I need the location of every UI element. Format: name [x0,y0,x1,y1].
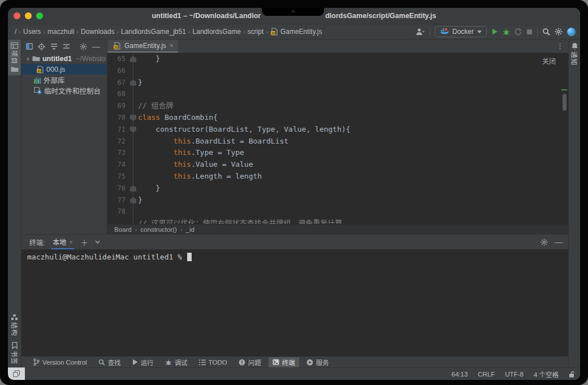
code-segment: this [174,148,191,157]
breadcrumb-item[interactable]: Downloads [81,28,114,36]
breadcrumb-item[interactable]: maczhuli [47,28,74,36]
debug-button[interactable] [503,28,510,36]
fold-column [128,100,138,112]
tab-gameentity-js[interactable]: JS GameEntity.js × [107,40,178,53]
strip-button-通知[interactable]: 通知 [569,40,580,68]
hide-terminal-icon[interactable]: — [555,237,563,246]
run-button[interactable] [491,28,498,35]
fold-marker-icon[interactable] [130,185,136,192]
locate-icon[interactable] [38,43,45,50]
strip-label: 书签 [10,351,19,365]
toolwindow-button-Version Control[interactable]: Version Control [29,357,91,367]
editor-breadcrumb-item[interactable]: constructor() [140,226,177,233]
status-indent-style[interactable]: 4 个空格 [534,370,559,379]
title-bar[interactable]: untitled1 – ~/Downloads/Landlor dlordsGa… [8,8,580,24]
scratches-icon [34,87,42,94]
fold-column [128,88,138,100]
terminal-output[interactable]: maczhuli@MaczhulideiMac untitled1 % [21,249,568,356]
terminal-settings-gear-icon[interactable] [541,239,548,246]
toolwindow-button-查找[interactable]: 查找 [94,357,125,367]
status-file-encoding[interactable]: UTF-8 [505,371,524,378]
new-terminal-tab-icon[interactable]: ＋ [81,237,88,248]
coverage-button[interactable] [514,28,522,36]
close-tab-icon[interactable]: × [170,42,174,50]
tab-label: GameEntity.js [124,42,166,50]
chevron-down-icon[interactable]: ∨ [26,56,30,62]
fold-marker-icon[interactable] [130,56,136,62]
code-segment: // 组合牌 [138,101,173,110]
display-notch [262,8,324,16]
fold-column [128,147,138,159]
breadcrumb-item[interactable]: script [248,28,264,36]
project-settings-gear-icon[interactable] [80,43,87,50]
tree-item-untitled1[interactable]: ∨untitled1~/Websto [21,53,107,64]
fold-marker-icon[interactable] [130,115,136,121]
svg-text:JS: JS [114,45,118,49]
fold-column [128,183,138,194]
terminal-title: 终端: [29,237,45,247]
toolwindow-switcher-corner[interactable] [8,367,25,380]
expand-all-icon[interactable] [50,43,58,50]
strip-button-书签[interactable]: 书签 [8,339,21,367]
code-editor[interactable]: 关闭 65 }6667}6869// 组合牌70class BoardCombi… [107,53,568,224]
terminal-tab-local[interactable]: 本地 × [51,235,74,249]
notification-close-link[interactable]: 关闭 [542,56,556,66]
line-number: 70 [107,112,128,124]
fold-marker-icon[interactable] [130,197,136,204]
user-account-icon[interactable] [416,28,425,36]
line-number: 67 [107,77,128,89]
close-terminal-tab-icon[interactable]: × [69,239,72,245]
ide-gradient-icon[interactable] [567,28,576,36]
tab-options-kebab-icon[interactable]: ⋮ [552,40,568,53]
editor-breadcrumb-item[interactable]: Board [114,226,132,233]
breadcrumb-item[interactable]: Users [23,28,41,36]
navigation-bar: /›Users›maczhuli›Downloads›LandlordsGame… [8,24,580,40]
tree-item-临时文件和控制台[interactable]: 临时文件和控制台 [21,85,107,96]
toolwindow-button-运行[interactable]: 运行 [128,357,158,367]
toolwindow-button-label: 服务 [316,358,329,367]
breadcrumb-item[interactable]: LandlordsGame [193,28,241,36]
breadcrumb-item[interactable]: JSGameEntity.js [270,28,322,36]
status-caret-position[interactable]: 64:13 [452,371,468,378]
tree-item-外部库[interactable]: 外部库 [21,75,107,85]
editor-area: JS GameEntity.js × ⋮ 关闭 65 }6667}6869// … [107,40,568,234]
collapse-all-icon[interactable] [63,43,70,50]
project-tree: ∨untitled1~/WebstoJS000.js外部库临时文件和控制台 [21,53,107,96]
search-everywhere-icon[interactable] [542,28,550,36]
toolwindow-button-label: 终端 [282,358,295,367]
terminal-dropdown-chevron-icon[interactable] [95,240,100,244]
strip-button-项目[interactable]: 项目 [8,40,21,75]
toolwindow-button-服务[interactable]: 服务 [302,357,333,367]
breadcrumb-item[interactable]: / [15,28,16,36]
strip-button-结构[interactable]: 结构 [8,312,21,339]
fold-column [128,159,138,171]
stop-button[interactable] [526,29,533,35]
code-segment: BoardCombin{ [165,113,218,122]
code-segment: .BoardList = BoardList [191,137,288,145]
tree-item-000.js[interactable]: JS000.js [21,64,107,75]
terminal-header: 终端: 本地 × ＋ — [21,235,568,249]
breadcrumb-label: script [248,28,264,36]
select-opened-file-icon[interactable] [26,43,33,50]
breadcrumb-item[interactable]: LandlordsGame_jb51 [121,28,186,36]
toolwindow-button-终端[interactable]: 终端 [269,357,299,367]
run-configuration-select[interactable]: Docker [435,26,487,37]
breadcrumb-label: GameEntity.js [280,28,322,36]
settings-gear-icon[interactable] [555,28,563,36]
tree-item-label: 临时文件和控制台 [44,85,101,96]
code-line: 67} [107,77,568,89]
tree-item-label: 000.js [46,66,65,73]
hide-panel-icon[interactable]: — [92,42,100,51]
toolwindow-button-问题[interactable]: 问题 [235,357,265,367]
breadcrumb-separator: › [43,28,45,35]
toolwindow-button-调试[interactable]: 调试 [161,357,192,367]
toolwindow-button-label: TODO [209,359,227,366]
fold-marker-icon[interactable] [130,80,136,86]
terminal-header-actions: — [541,237,563,246]
fold-marker-icon[interactable] [130,127,136,133]
status-line-separator[interactable]: CRLF [478,371,495,378]
fold-guide-line [133,171,133,183]
editor-scrollbar[interactable] [563,94,567,111]
editor-breadcrumb-item[interactable]: _id [186,226,194,233]
toolwindow-button-TODO[interactable]: TODO [195,357,231,367]
